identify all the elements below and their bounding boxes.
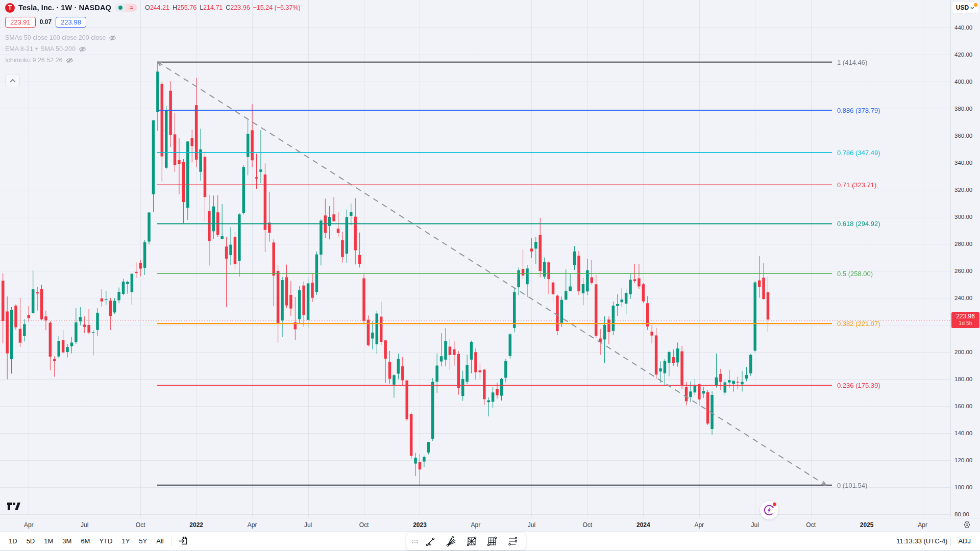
price-tick-label: 200.00: [954, 349, 972, 355]
parallel-lines-icon: [507, 536, 518, 547]
fib-level-label[interactable]: 0.5 (258.00): [837, 270, 873, 278]
grid-tool-icon: [486, 536, 498, 547]
drag-handle[interactable]: [411, 540, 419, 543]
time-tick-label: Jul: [304, 521, 312, 529]
adjust-data-toggle[interactable]: ADJ: [954, 536, 975, 546]
range-button-ytd[interactable]: YTD: [94, 535, 117, 547]
symbol-title[interactable]: Tesla, Inc. · 1W · NASDAQ: [18, 4, 111, 12]
price-tick-label: 440.00: [954, 24, 972, 31]
currency-label: USD: [956, 4, 969, 11]
eye-off-icon: [109, 34, 116, 42]
time-tick-label: Oct: [136, 521, 145, 529]
price-tick-label: 420.00: [954, 52, 972, 58]
spread-value: 0.07: [39, 18, 53, 26]
fib-level-label[interactable]: 0.382 (221.07): [837, 320, 880, 328]
time-tick-label: Apr: [24, 521, 34, 529]
trend-angle-tool-button[interactable]: [421, 534, 441, 549]
range-button-1m[interactable]: 1M: [39, 535, 58, 547]
range-button-5d[interactable]: 5D: [22, 535, 40, 547]
price-tick-label: 240.00: [954, 295, 972, 301]
axis-settings-icon[interactable]: [963, 521, 971, 529]
fib-level-label[interactable]: 0 (101.54): [837, 481, 867, 489]
price-tick-label: 280.00: [954, 241, 972, 247]
market-status-badge[interactable]: ≈: [115, 4, 137, 12]
lightning-button[interactable]: [760, 501, 778, 519]
bid-button[interactable]: 223.91: [5, 17, 36, 28]
price-tick-label: 160.00: [954, 403, 972, 409]
chart-pane[interactable]: 1 (414.46)0.886 (378.79)0.786 (347.49)0.…: [0, 0, 951, 517]
indicator-row-1[interactable]: EMA 8-21 + SMA 50-200: [5, 43, 301, 55]
tradingview-logo-icon: [7, 502, 21, 511]
time-tick-label: Jul: [81, 521, 88, 529]
open-value: 244.21: [150, 4, 169, 11]
time-tick-label: Oct: [359, 521, 369, 529]
clock-timezone-button[interactable]: 11:13:33 (UTC-4): [896, 537, 947, 545]
range-button-all[interactable]: All: [152, 535, 168, 547]
gann-fan-tool-button[interactable]: [441, 534, 461, 549]
price-tick-label: 180.00: [954, 376, 972, 382]
fib-level-label[interactable]: 0.886 (378.79): [837, 107, 880, 114]
indicator-list: SMAs 50 close 100 close 200 closeEMA 8-2…: [5, 32, 301, 66]
price-tick-label: 140.00: [954, 430, 972, 436]
price-tick-label: 300.00: [954, 214, 972, 220]
ask-button[interactable]: 223.98: [56, 17, 86, 28]
change-value: −15.24 (−6.37%): [253, 4, 301, 11]
parallel-lines-tool-button[interactable]: [502, 534, 523, 549]
toolbar-divider: [950, 537, 951, 546]
eye-off-icon: [66, 57, 74, 64]
range-button-3m[interactable]: 3M: [58, 535, 76, 547]
eye-off-icon: [79, 45, 86, 53]
chevron-up-icon: [10, 79, 16, 83]
price-axis[interactable]: USD 440.00420.00400.00380.00360.00340.00…: [951, 0, 980, 517]
price-tick-label: 400.00: [954, 79, 972, 85]
time-tick-label: Jul: [751, 521, 759, 529]
close-value: 223.96: [230, 4, 250, 11]
gann-fan-icon: [446, 536, 457, 547]
fib-level-label[interactable]: 0.71 (323.71): [837, 181, 876, 189]
trend-angle-icon: [425, 536, 436, 547]
indicator-label: SMAs 50 close 100 close 200 close: [5, 34, 106, 41]
gann-box-icon: [466, 536, 477, 547]
legend-collapse-button[interactable]: [5, 74, 20, 87]
price-tick-label: 360.00: [954, 133, 972, 139]
price-tick-label: 320.00: [954, 187, 972, 193]
tradingview-logo[interactable]: [7, 502, 21, 511]
range-button-1y[interactable]: 1Y: [117, 535, 134, 547]
fib-level-label[interactable]: 1 (414.46): [837, 58, 867, 66]
currency-selector[interactable]: USD: [952, 2, 978, 13]
tradingview-chart-window: 1 (414.46)0.886 (378.79)0.786 (347.49)0.…: [0, 0, 980, 551]
current-price-label: 223.96 1d 5h: [951, 312, 979, 328]
time-tick-label: Apr: [918, 521, 927, 529]
delayed-data-icon: ≈: [126, 4, 137, 12]
price-tick-label: 80.00: [954, 511, 969, 517]
currency-alert-dot: [974, 3, 977, 7]
indicator-row-0[interactable]: SMAs 50 close 100 close 200 close: [5, 32, 301, 43]
price-tick-label: 120.00: [954, 457, 972, 463]
gann-box-tool-button[interactable]: [461, 534, 482, 549]
time-axis[interactable]: AprJulOct2022AprJulOct2023AprJulOct2024A…: [0, 518, 980, 532]
time-tick-label: Apr: [471, 521, 481, 529]
price-tick-label: 340.00: [954, 160, 972, 166]
indicator-label: EMA 8-21 + SMA 50-200: [5, 45, 76, 53]
chart-legend: T Tesla, Inc. · 1W · NASDAQ ≈ O244.21 H2…: [5, 3, 301, 87]
ohlc-readout: O244.21 H255.76 L214.71 C223.96 −15.24 (…: [145, 4, 301, 11]
toolbar-divider: [172, 537, 172, 546]
fib-level-label[interactable]: 0.236 (175.39): [837, 382, 880, 389]
grid-tool-button[interactable]: [482, 534, 502, 549]
fib-level-label[interactable]: 0.618 (294.92): [837, 220, 880, 228]
time-tick-label: 2023: [413, 521, 427, 529]
fib-level-label[interactable]: 0.786 (347.49): [837, 149, 880, 157]
go-to-date-button[interactable]: [175, 534, 192, 548]
time-tick-label: 2024: [636, 521, 650, 529]
market-open-dot-icon: [115, 4, 126, 12]
tesla-logo-icon: T: [5, 3, 15, 13]
indicator-label: Ichimoku 9 26 52 26: [5, 57, 63, 64]
price-tick-label: 260.00: [954, 268, 972, 274]
range-button-6m[interactable]: 6M: [76, 535, 94, 547]
indicator-row-2[interactable]: Ichimoku 9 26 52 26: [5, 55, 301, 66]
price-tick-label: 100.00: [954, 484, 972, 490]
date-range-buttons: 1D5D1M3M6MYTD1Y5YAll: [4, 535, 168, 547]
range-button-1d[interactable]: 1D: [4, 535, 22, 547]
range-button-5y[interactable]: 5Y: [134, 535, 152, 547]
drawing-tools-pill: [406, 533, 526, 550]
